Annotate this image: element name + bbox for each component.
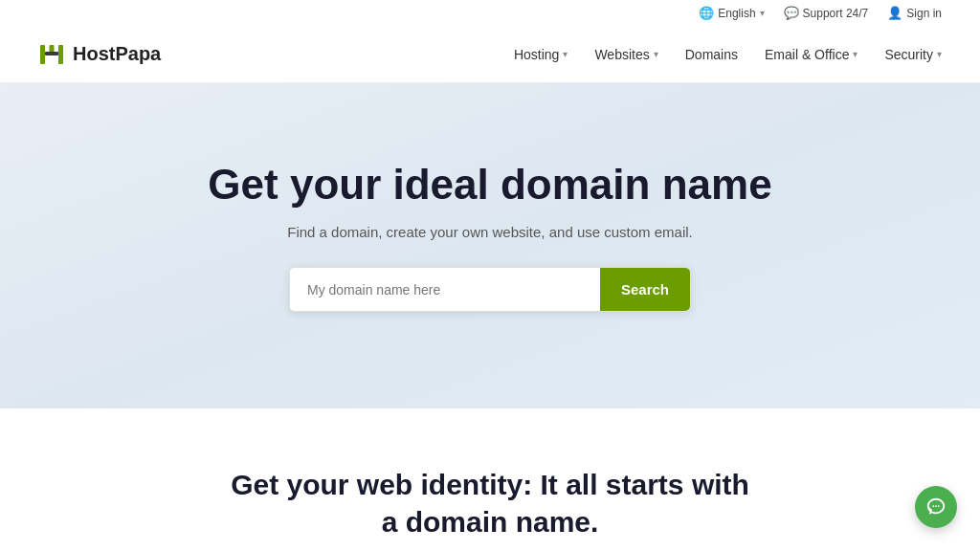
globe-icon: 🌐 — [699, 6, 714, 20]
nav-websites-label: Websites — [594, 47, 649, 62]
support-link[interactable]: 💬 Support 24/7 — [784, 6, 869, 20]
chat-bubble-button[interactable] — [915, 486, 957, 528]
logo-text: HostPapa — [73, 43, 161, 65]
svg-point-6 — [938, 505, 940, 507]
email-office-chevron-icon: ▾ — [853, 49, 858, 59]
websites-chevron-icon: ▾ — [654, 49, 658, 59]
domain-search-input[interactable] — [290, 268, 600, 311]
lower-section-title: Get your web identity: It all starts wit… — [222, 466, 758, 540]
nav-hosting-label: Hosting — [514, 47, 559, 62]
svg-rect-0 — [40, 45, 45, 64]
top-bar: 🌐 English ▾ 💬 Support 24/7 👤 Sign in — [0, 0, 980, 26]
chat-bubble-icon — [925, 496, 947, 518]
nav-security-label: Security — [884, 47, 933, 62]
svg-rect-2 — [58, 45, 63, 64]
nav-item-email-office[interactable]: Email & Office ▾ — [765, 47, 858, 62]
hosting-chevron-icon: ▾ — [563, 49, 568, 59]
nav-email-office-label: Email & Office — [765, 47, 849, 62]
hero-section: Get your ideal domain name Find a domain… — [0, 83, 980, 408]
hero-subtitle: Find a domain, create your own website, … — [287, 224, 693, 240]
nav-domains-label: Domains — [685, 47, 738, 62]
user-icon: 👤 — [887, 6, 902, 20]
security-chevron-icon: ▾ — [937, 49, 942, 59]
language-label: English — [718, 7, 755, 20]
svg-point-5 — [935, 505, 937, 507]
language-chevron-icon: ▾ — [760, 8, 765, 18]
main-navbar: HostPapa Hosting ▾ Websites ▾ Domains Em… — [0, 26, 980, 83]
logo-link[interactable]: HostPapa — [38, 41, 161, 68]
support-label: Support 24/7 — [803, 7, 869, 20]
nav-item-websites[interactable]: Websites ▾ — [594, 47, 657, 62]
svg-point-4 — [932, 505, 934, 507]
nav-links: Hosting ▾ Websites ▾ Domains Email & Off… — [514, 47, 942, 62]
nav-item-domains[interactable]: Domains — [685, 47, 738, 62]
chat-icon: 💬 — [784, 6, 799, 20]
hero-title: Get your ideal domain name — [208, 161, 771, 209]
svg-rect-3 — [45, 52, 58, 55]
domain-search-bar: Search — [289, 267, 691, 312]
logo-icon — [38, 41, 65, 68]
signin-link[interactable]: 👤 Sign in — [887, 6, 942, 20]
search-button[interactable]: Search — [600, 268, 690, 311]
lower-section: Get your web identity: It all starts wit… — [0, 408, 980, 551]
signin-label: Sign in — [906, 7, 942, 20]
nav-item-hosting[interactable]: Hosting ▾ — [514, 47, 568, 62]
language-selector[interactable]: 🌐 English ▾ — [699, 6, 764, 20]
nav-item-security[interactable]: Security ▾ — [884, 47, 942, 62]
